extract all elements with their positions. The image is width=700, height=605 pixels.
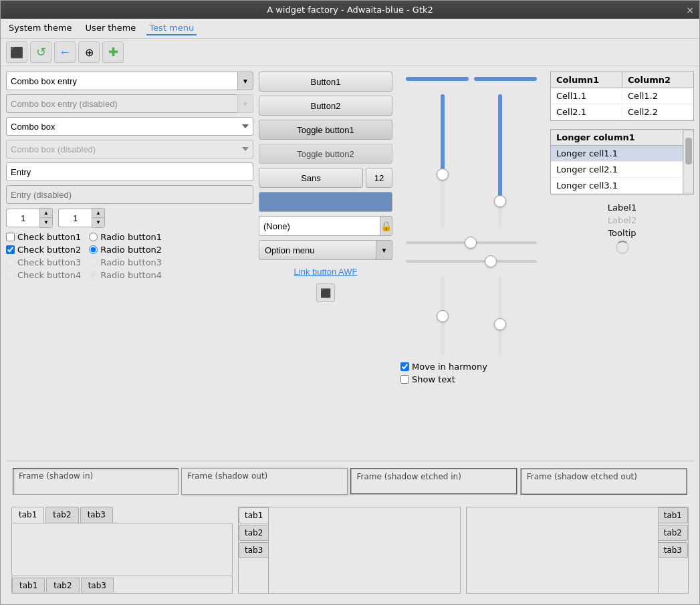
window-title: A widget factory - Adwaita-blue - Gtk2 <box>267 5 433 15</box>
scrollbar-thumb[interactable] <box>685 138 692 164</box>
v-slider4-container <box>498 276 502 356</box>
option-menu-button[interactable]: Option menu <box>259 240 376 260</box>
combo-entry-arrow[interactable]: ▼ <box>237 72 253 90</box>
tab-left-3[interactable]: tab3 <box>239 542 268 558</box>
check-button1-label[interactable]: Check button1 <box>6 232 81 242</box>
tree-row-longer-1[interactable]: Longer cell1.1 <box>551 146 683 162</box>
tabs-section: tab1 tab2 tab3 tab1 tab2 tab3 tab1 tab2 … <box>6 507 694 599</box>
combo-box-disabled-row: Combo box (disabled) <box>6 140 253 158</box>
small-icon-button[interactable]: ⬛ <box>316 283 335 302</box>
top-slider-area <box>400 74 542 89</box>
h-slider1-thumb[interactable] <box>465 237 477 249</box>
v-slider1-thumb[interactable] <box>437 168 449 180</box>
close-button[interactable]: × <box>686 5 694 15</box>
button2[interactable]: Button2 <box>259 96 392 116</box>
frames-section: Frame (shadow in) Frame (shadow out) Fra… <box>6 461 694 501</box>
check-button1[interactable] <box>6 233 15 241</box>
tab-top-3[interactable]: tab3 <box>80 507 113 523</box>
show-text-label[interactable]: Show text <box>400 374 542 384</box>
tab-bottom-3[interactable]: tab3 <box>81 578 114 593</box>
tab-left-1[interactable]: tab1 <box>239 507 268 523</box>
tree-view-2-header: Longer column1 <box>551 130 683 146</box>
radio-button1[interactable] <box>89 233 98 241</box>
spinner2-up[interactable]: ▲ <box>92 209 104 218</box>
combo-icon-button[interactable]: 🔒 <box>380 216 392 236</box>
v-slider2-thumb[interactable] <box>494 195 506 207</box>
combo-none-input[interactable] <box>259 216 380 236</box>
tree-row-longer-2[interactable]: Longer cell2.1 <box>551 162 683 178</box>
radio-button3-text: Radio button3 <box>100 257 162 267</box>
entry-input[interactable] <box>6 162 253 181</box>
spinner1-up[interactable]: ▲ <box>40 209 52 218</box>
radio-button4-text: Radio button4 <box>100 270 162 280</box>
check-button3 <box>6 258 15 267</box>
vertical-sliders-area <box>400 94 542 228</box>
tree-row-2[interactable]: Cell2.1 Cell2.2 <box>551 104 693 120</box>
toolbar-button-5[interactable]: ✚ <box>102 41 124 63</box>
tab-right-3[interactable]: tab3 <box>659 542 688 558</box>
check-button2-label[interactable]: Check button2 <box>6 245 81 255</box>
tab-left-2[interactable]: tab2 <box>239 525 268 541</box>
show-text-checkbox[interactable] <box>400 375 409 384</box>
tab-bottom-1[interactable]: tab1 <box>12 578 45 593</box>
tree-col-column2: Column2 <box>622 72 693 88</box>
button1[interactable]: Button1 <box>259 72 392 92</box>
tree-cell-2-2: Cell2.2 <box>622 104 693 120</box>
tab-top-1[interactable]: tab1 <box>11 507 44 523</box>
option-menu-arrow[interactable]: ▼ <box>376 240 392 260</box>
color-button[interactable] <box>259 192 392 212</box>
tree-cell-1-1: Cell1.1 <box>551 88 622 104</box>
toolbar: ⬛ ↺ ← ⊕ ✚ <box>1 39 699 66</box>
combo-entry-input[interactable] <box>6 72 237 90</box>
tab-content-right <box>467 507 658 593</box>
combo-box-select[interactable]: Combo box <box>6 117 253 136</box>
check-button1-text: Check button1 <box>17 232 81 242</box>
tree-row-1[interactable]: Cell1.1 Cell1.2 <box>551 88 693 104</box>
radio-button1-label[interactable]: Radio button1 <box>89 232 162 242</box>
move-harmony-checkbox[interactable] <box>400 362 409 371</box>
link-button[interactable]: Link button AWF <box>259 264 392 279</box>
check-radio-row-1: Check button1 Radio button1 <box>6 232 253 242</box>
tab-top-2[interactable]: tab2 <box>45 507 78 523</box>
radio-button4-label: Radio button4 <box>89 270 162 280</box>
toolbar-button-1[interactable]: ⬛ <box>6 41 27 63</box>
toggle-button1[interactable]: Toggle button1 <box>259 120 392 140</box>
check-button2[interactable] <box>6 245 15 254</box>
entry-disabled-input <box>6 185 253 204</box>
tree-row-longer-3[interactable]: Longer cell3.1 <box>551 178 683 194</box>
frame-shadow-in: Frame (shadow in) <box>13 468 179 495</box>
combo-entry-disabled-arrow: ▼ <box>237 94 253 113</box>
spinner1-down[interactable]: ▼ <box>40 218 52 227</box>
tab-bottom-2[interactable]: tab2 <box>46 578 79 593</box>
font-size-button[interactable]: 12 <box>366 168 392 188</box>
menu-system-theme[interactable]: System theme <box>6 21 75 35</box>
spinner1-input[interactable] <box>6 209 39 227</box>
tab-widget-left: tab1 tab2 tab3 <box>238 507 461 594</box>
tree-cell-longer-2-1: Longer cell2.1 <box>551 162 683 177</box>
v-slider3-thumb[interactable] <box>437 310 449 322</box>
h-slider2-row <box>406 255 537 268</box>
tree-cell-2-1: Cell2.1 <box>551 104 622 120</box>
toolbar-button-3[interactable]: ← <box>54 41 76 63</box>
v-slider4-thumb[interactable] <box>494 318 506 330</box>
tab-right-1[interactable]: tab1 <box>659 507 688 523</box>
radio-button2[interactable] <box>89 245 98 254</box>
spinner2-input[interactable] <box>58 209 92 227</box>
radio-button2-label[interactable]: Radio button2 <box>89 245 162 255</box>
toggle-button2[interactable]: Toggle button2 <box>259 144 392 164</box>
tab-right-2[interactable]: tab2 <box>659 525 688 541</box>
toolbar-button-4[interactable]: ⊕ <box>78 41 100 63</box>
blue-bar-2 <box>474 77 537 81</box>
menu-test-menu[interactable]: Test menu <box>146 21 197 35</box>
scrollbar[interactable] <box>683 130 693 194</box>
spinner2-down[interactable]: ▼ <box>92 218 104 227</box>
font-name-button[interactable]: Sans <box>259 168 363 188</box>
frame-shadow-out-label: Frame (shadow out) <box>187 471 267 481</box>
h-slider2-thumb[interactable] <box>485 255 497 267</box>
menu-user-theme[interactable]: User theme <box>83 21 139 35</box>
combo-entry-disabled-input <box>6 94 237 113</box>
spinner2-buttons: ▲ ▼ <box>92 208 105 228</box>
toolbar-button-2[interactable]: ↺ <box>30 41 51 63</box>
frame-shadow-etched-out-label: Frame (shadow etched out) <box>527 472 637 481</box>
move-harmony-label[interactable]: Move in harmony <box>400 362 542 372</box>
